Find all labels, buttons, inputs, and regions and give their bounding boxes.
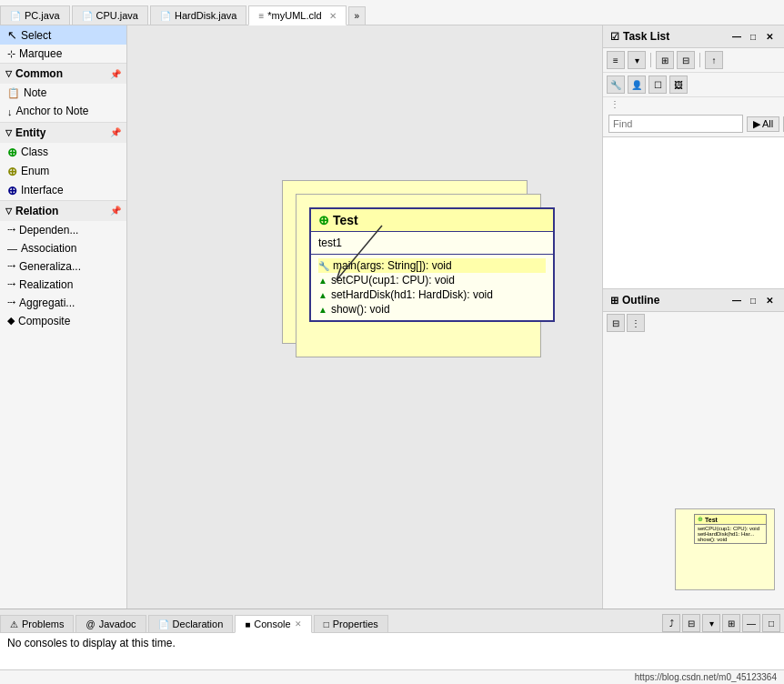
toolbar-sep-2 xyxy=(699,53,700,67)
tab-more[interactable]: » xyxy=(348,6,367,25)
task-toolbar-btn-7[interactable]: ☐ xyxy=(648,75,667,94)
outline-mini-preview: ⊕ Test setCPU(cup1: CPU): void setHardDi… xyxy=(675,508,775,590)
console-tab-close[interactable]: ✕ xyxy=(295,619,302,629)
java-file-icon: 📄 xyxy=(10,11,21,21)
console-message: No consoles to display at this time. xyxy=(7,637,176,649)
panel-close-btn[interactable]: ✕ xyxy=(762,29,777,44)
sidebar-item-marquee[interactable]: ⊹ Marquee xyxy=(0,45,126,63)
task-list-search: ▶ All ▶ Act... xyxy=(603,111,784,136)
tab-console[interactable]: ■ Console ✕ xyxy=(235,615,311,633)
outline-close-btn[interactable]: ✕ xyxy=(762,293,777,307)
tab-myuml-cld[interactable]: ≡ *myUML.cld ✕ xyxy=(248,5,346,25)
task-filter-buttons: ▶ All ▶ Act... xyxy=(747,116,784,132)
sidebar-section-common[interactable]: ▽ Common 📌 xyxy=(0,63,126,84)
tab-properties[interactable]: □ Properties xyxy=(314,615,388,632)
tab-problems[interactable]: ⚠ Problems xyxy=(0,615,74,632)
console-toolbar-btn-1[interactable]: ⤴ xyxy=(662,614,680,632)
common-triangle-icon: ▽ xyxy=(5,69,12,78)
sidebar-item-note[interactable]: 📋 Note xyxy=(0,84,126,102)
console-toolbar-btn-3[interactable]: ⊞ xyxy=(722,614,740,632)
task-toolbar-btn-1[interactable]: ≡ xyxy=(607,51,625,69)
uml-method-show: ▲ show(): void xyxy=(318,302,546,317)
sidebar-section-relation[interactable]: ▽ Relation 📌 xyxy=(0,200,126,221)
console-toolbar-btn-2[interactable]: ⊟ xyxy=(682,614,700,632)
console-toolbar-dropdown[interactable]: ▾ xyxy=(702,614,720,632)
outline-mini-class: ⊕ Test setCPU(cup1: CPU): void setHardDi… xyxy=(694,514,767,544)
sidebar-item-composite[interactable]: ◆ Composite xyxy=(0,312,126,330)
task-list-toolbar-1: ≡ ▾ ⊞ ⊟ ↑ xyxy=(603,48,784,73)
association-icon: — xyxy=(7,243,17,254)
sidebar-item-aggregation[interactable]: ⤏ Aggregati... xyxy=(0,294,126,312)
marquee-icon: ⊹ xyxy=(7,48,15,60)
uml-canvas[interactable]: ⊕ Test test1 🔧 main(args: String[]): voi xyxy=(127,25,602,609)
outline-maximize-btn[interactable]: □ xyxy=(746,293,760,307)
task-list-icon: ☑ xyxy=(610,31,619,43)
sidebar-item-select[interactable]: ↖ Select xyxy=(0,25,126,45)
sidebar: ↖ Select ⊹ Marquee ▽ Common 📌 📋 Note ↓ A… xyxy=(0,25,127,609)
console-tabs: ⚠ Problems @ Javadoc 📄 Declaration ■ Con… xyxy=(0,609,784,633)
composite-icon: ◆ xyxy=(7,315,15,327)
sidebar-item-association[interactable]: — Association xyxy=(0,239,126,257)
filter-all-btn[interactable]: ▶ All xyxy=(747,116,779,132)
task-search-input[interactable] xyxy=(608,115,743,133)
uml-method-setharddisk: ▲ setHardDisk(hd1: HardDisk): void xyxy=(318,287,546,302)
task-toolbar-dropdown[interactable]: ▾ xyxy=(628,51,646,69)
main-layout: ↖ Select ⊹ Marquee ▽ Common 📌 📋 Note ↓ A… xyxy=(0,25,784,609)
outline-toolbar-btn-1[interactable]: ⊟ xyxy=(607,314,625,332)
class-icon: ⊕ xyxy=(7,146,17,159)
panel-maximize-btn[interactable]: □ xyxy=(746,29,760,44)
generalization-icon: ⤏ xyxy=(7,260,15,272)
console-icon: ■ xyxy=(245,619,250,629)
task-toolbar-btn-8[interactable]: 🖼 xyxy=(669,75,688,94)
sidebar-item-dependency[interactable]: ⤏ Dependen... xyxy=(0,221,126,239)
aggregation-icon: ⤏ xyxy=(7,297,15,308)
uml-diagram[interactable]: ⊕ Test test1 🔧 main(args: String[]): voi xyxy=(127,25,602,609)
java-file-icon-2: 📄 xyxy=(82,11,93,21)
sidebar-item-generalization[interactable]: ⤏ Generaliza... xyxy=(0,257,126,276)
tab-pc-java[interactable]: 📄 PC.java xyxy=(0,5,70,25)
sidebar-section-entity[interactable]: ▽ Entity 📌 xyxy=(0,122,126,143)
task-toolbar-btn-2[interactable]: ⊞ xyxy=(656,51,674,69)
task-list-panel: ☑ Task List — □ ✕ ≡ ▾ ⊞ ⊟ ↑ 🔧 xyxy=(603,25,784,289)
outline-header: ⊞ Outline — □ ✕ xyxy=(603,289,784,312)
tab-declaration[interactable]: 📄 Declaration xyxy=(148,615,234,632)
task-toolbar-btn-5[interactable]: 🔧 xyxy=(607,75,625,94)
java-file-icon-3: 📄 xyxy=(160,11,171,21)
console-content: No consoles to display at this time. xyxy=(0,633,784,669)
sidebar-item-enum[interactable]: ⊕ Enum xyxy=(0,162,126,181)
tab-javadoc[interactable]: @ Javadoc xyxy=(75,615,146,632)
sidebar-item-realization[interactable]: ⤏ Realization xyxy=(0,276,126,294)
outline-icon: ⊞ xyxy=(610,295,618,307)
anchor-icon: ↓ xyxy=(7,106,13,117)
console-toolbar-btn-4[interactable]: — xyxy=(742,614,760,632)
tab-close-icon[interactable]: ✕ xyxy=(329,11,337,21)
outline-header-buttons: — □ ✕ xyxy=(729,293,777,307)
task-toolbar-btn-3[interactable]: ⊟ xyxy=(677,51,695,69)
entity-pin-icon: 📌 xyxy=(110,127,121,137)
task-toolbar-btn-4[interactable]: ↑ xyxy=(705,51,723,69)
sidebar-item-class[interactable]: ⊕ Class xyxy=(0,143,126,162)
task-dots: ⋮ xyxy=(603,97,784,111)
console-toolbar-btn-5[interactable]: □ xyxy=(762,614,780,632)
properties-icon: □ xyxy=(324,619,329,629)
task-list-toolbar-2: 🔧 👤 ☐ 🖼 xyxy=(603,73,784,97)
relation-pin-icon: 📌 xyxy=(110,206,121,216)
method-triangle-icon-2: ▲ xyxy=(318,290,327,300)
outline-toolbar-btn-2[interactable]: ⋮ xyxy=(627,314,645,332)
console-tab-toolbar: ⤴ ⊟ ▾ ⊞ — □ xyxy=(662,614,784,632)
outline-minimize-btn[interactable]: — xyxy=(729,293,744,307)
sidebar-item-anchor[interactable]: ↓ Anchor to Note xyxy=(0,102,126,122)
right-panel: ☑ Task List — □ ✕ ≡ ▾ ⊞ ⊟ ↑ 🔧 xyxy=(602,25,784,609)
tab-harddisk-java[interactable]: 📄 HardDisk.java xyxy=(150,5,246,25)
task-toolbar-btn-6[interactable]: 👤 xyxy=(628,75,646,94)
task-list-content xyxy=(603,136,784,288)
outline-mini-header: ⊕ Test xyxy=(695,515,766,525)
panel-minimize-btn[interactable]: — xyxy=(729,29,744,44)
tab-cpu-java[interactable]: 📄 CPU.java xyxy=(72,5,148,25)
sidebar-item-interface[interactable]: ⊕ Interface xyxy=(0,181,126,200)
filter-all-triangle: ▶ xyxy=(753,118,760,130)
pin-icon: 📌 xyxy=(110,69,121,79)
problems-icon: ⚠ xyxy=(10,619,18,629)
interface-icon: ⊕ xyxy=(7,184,17,197)
select-icon: ↖ xyxy=(7,28,17,42)
